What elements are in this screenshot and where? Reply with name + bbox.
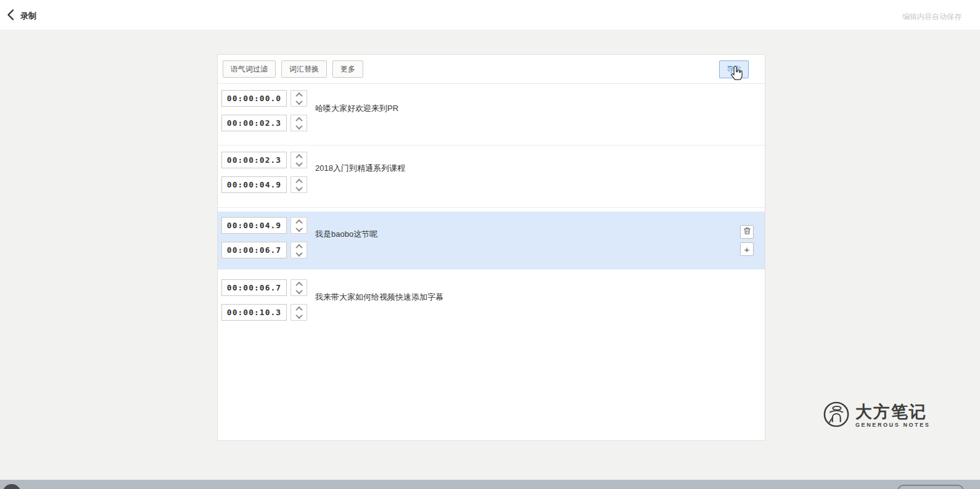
watermark-logo: 大方笔记 GENEROUS NOTES	[823, 401, 930, 430]
start-time-input[interactable]	[221, 90, 287, 107]
filter-filler-words-button[interactable]: 语气词过滤	[223, 60, 276, 78]
back-button[interactable]	[4, 8, 17, 22]
time-stepper	[290, 304, 307, 321]
page-title: 录制	[20, 10, 36, 22]
time-column	[221, 152, 307, 193]
time-stepper	[290, 115, 307, 131]
time-stepper	[290, 279, 307, 296]
back-chevron-icon	[7, 9, 14, 20]
watermark-title-cn: 大方笔记	[855, 403, 930, 421]
app-window: 录制 编辑内容自动保存 语气词过滤 词汇替换 更多 导出	[0, 0, 980, 489]
stepper-down-icon[interactable]	[295, 159, 302, 166]
end-time-input[interactable]	[221, 115, 287, 131]
subtitle-text[interactable]: 哈喽大家好欢迎来到PR	[315, 103, 398, 114]
subtitle-text[interactable]: 我是baobo这节呢	[315, 229, 377, 240]
player-control-pill[interactable]	[897, 485, 964, 489]
row-actions: +	[740, 225, 754, 256]
player-bar[interactable]	[0, 480, 980, 489]
time-stepper	[290, 217, 307, 234]
empty-area	[218, 333, 765, 440]
stepper-down-icon[interactable]	[295, 122, 302, 129]
trash-icon	[743, 227, 751, 237]
time-column	[221, 217, 307, 258]
end-time-input[interactable]	[221, 242, 287, 258]
stepper-down-icon[interactable]	[295, 287, 302, 294]
add-row-button[interactable]: +	[740, 242, 754, 256]
stepper-down-icon[interactable]	[295, 184, 302, 191]
time-stepper	[290, 242, 307, 258]
time-stepper	[290, 176, 307, 193]
subtitle-row[interactable]: 2018入门到精通系列课程	[218, 146, 765, 208]
subtitle-editor-panel: 语气词过滤 词汇替换 更多 导出	[217, 54, 765, 441]
word-replace-button[interactable]: 词汇替换	[281, 60, 327, 78]
stepper-down-icon[interactable]	[295, 311, 302, 318]
time-column	[221, 90, 307, 131]
start-time-input[interactable]	[221, 152, 287, 168]
watermark-title-en: GENEROUS NOTES	[855, 422, 930, 428]
time-stepper	[290, 90, 307, 107]
time-column	[221, 279, 307, 321]
plus-icon: +	[744, 245, 750, 254]
subtitle-row[interactable]: 哈喽大家好欢迎来到PR	[218, 84, 765, 146]
delete-row-button[interactable]	[740, 225, 754, 239]
autosave-status: 编辑内容自动保存	[902, 12, 961, 22]
stepper-down-icon[interactable]	[295, 224, 302, 231]
start-time-input[interactable]	[221, 217, 287, 234]
generous-notes-logo-icon	[823, 401, 850, 430]
top-bar: 录制 编辑内容自动保存	[0, 0, 980, 30]
stepper-down-icon[interactable]	[295, 97, 302, 104]
end-time-input[interactable]	[221, 304, 287, 321]
more-button[interactable]: 更多	[332, 60, 363, 78]
subtitle-text[interactable]: 我来带大家如何给视频快速添加字幕	[315, 292, 443, 303]
editor-toolbar: 语气词过滤 词汇替换 更多 导出	[218, 55, 765, 84]
export-button[interactable]: 导出	[719, 60, 749, 78]
start-time-input[interactable]	[221, 279, 287, 296]
stepper-down-icon[interactable]	[295, 249, 302, 256]
time-stepper	[290, 152, 307, 168]
subtitle-text[interactable]: 2018入门到精通系列课程	[315, 163, 405, 174]
end-time-input[interactable]	[221, 176, 287, 193]
subtitle-row[interactable]: 我来带大家如何给视频快速添加字幕	[218, 269, 765, 333]
subtitle-row-selected[interactable]: 我是baobo这节呢 +	[218, 212, 765, 269]
